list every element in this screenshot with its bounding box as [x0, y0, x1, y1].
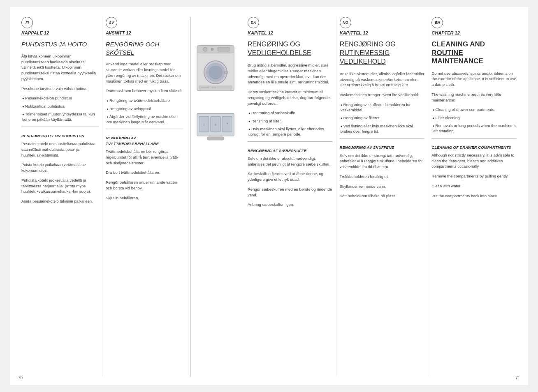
da-divider: [248, 141, 333, 142]
fi-badge: FI: [21, 17, 33, 28]
en-bullet-1: Cleaning of drawer compartments.: [431, 107, 517, 112]
fi-bullet-1: Pesuainekotelon puhdistus: [21, 95, 99, 101]
no-column: NO KAPITTEL 12 RENGJØRING OG RUTINEMESSI…: [336, 17, 429, 377]
fi-section-title: PUHDISTUS JA HOITO: [21, 40, 99, 48]
en-sub1-p2: Remove the compartments by pulling gentl…: [431, 173, 517, 179]
fi-maintenance-label: Pesukone tarvitsee vain vähän hoitoa:: [21, 86, 99, 92]
en-maintenance-p2: The washing machine requires very little…: [431, 92, 517, 103]
no-intro: Bruk ikke skuremidler, alkohol og/eller …: [340, 71, 425, 88]
drawer-illustration: I II ⚘: [195, 111, 236, 144]
sv-sub1-header: RENGÖRING AV TVÄTTMEDELSBEHÅLLARE: [106, 135, 183, 146]
fi-sub1-p3: Puhdista kotelo juoksevalla vedellä ja t…: [21, 178, 99, 194]
sv-intro: Använd inga medel eller redskap med skur…: [106, 61, 183, 84]
fi-chapter: KAPPALE 12: [21, 30, 99, 36]
manual-page: FI KAPPALE 12 PUHDISTUS JA HOITO Älä käy…: [10, 7, 528, 385]
svg-text:II: II: [215, 123, 216, 126]
fi-divider: [21, 127, 99, 127]
no-sub1-p3: Skyllunder rennende vann.: [340, 184, 425, 189]
sv-divider: [106, 129, 183, 129]
en-section-title: CLEANING AND ROUTINE MAINTENANCE: [431, 40, 517, 65]
fi-sub1-p4: Aseta pesuainekotelo takaisin paikalleen…: [21, 198, 99, 204]
da-column: DA KAPITEL 12 RENGØRING OG VEDLIGEHOLDEL…: [244, 17, 336, 377]
left-page: FI KAPPALE 12 PUHDISTUS JA HOITO Älä käy…: [18, 17, 191, 377]
no-section-title: RENGJØRING OG RUTINEMESSIG VEDLIKEHOLD: [340, 40, 425, 66]
fi-sub1-p1: Pesuainekotelo on suositeltavaa puhdista…: [21, 141, 99, 158]
svg-point-3: [211, 48, 213, 51]
sv-maintenance-label: Tvättmaskinen behöver mycket liten sköts…: [106, 88, 183, 94]
da-maintenance-label: Deres vaskemaskine kræver et minimum af …: [248, 89, 333, 106]
no-maintenance-label: Vaskemaskinen trenger svært lite vedlike…: [340, 92, 425, 98]
en-badge: EN: [431, 17, 443, 28]
da-bullet-1: Rengøring af sæbeskuffe.: [248, 110, 333, 115]
en-sub1-p4: Put the compartments back into place: [431, 193, 517, 199]
en-intro: Do not use abrasives, spirits and/or dil…: [431, 71, 517, 88]
en-sub1-p1: Although not strictly necessary, it is a…: [431, 152, 517, 169]
da-sub1-p2: Sæbeskuffen fjernes ved at åbne denne, o…: [248, 171, 333, 182]
en-bullet-2: Filter cleaning: [431, 115, 517, 120]
no-sub1-p1: Selv om det ikke er strengt tatt nødvend…: [340, 153, 425, 170]
no-sub1-header: RENGJØRING AV SKUFFENE: [340, 145, 425, 150]
da-sub1-header: RENGØRING AF SÆBESKUFFE: [248, 148, 333, 153]
svg-rect-8: [225, 71, 228, 74]
sv-sub1-p4: Skjut in behållaren.: [106, 195, 183, 201]
da-section-title: RENGØRING OG VEDLIGEHOLDELSE: [248, 40, 333, 58]
center-images: I II ⚘: [191, 17, 240, 377]
en-sub1-p3: Clean with water.: [431, 183, 517, 189]
no-bullet-2: Rengjøring av filteret.: [340, 115, 425, 120]
da-intro: Brug aldrig slibemidler, aggressive midl…: [248, 62, 333, 85]
sv-column: SV AVSNITT 12 RENGÖRING OCH SKÖTSEL Anvä…: [102, 17, 186, 377]
da-bullet-2: Rensning af filter.: [248, 118, 333, 124]
sv-chapter: AVSNITT 12: [106, 30, 183, 36]
en-column: EN CHAPTER 12 CLEANING AND ROUTINE MAINT…: [428, 17, 520, 377]
sv-sub1-p3: Rengör behållaren under rinnande vatten …: [106, 180, 183, 191]
svg-rect-4: [218, 47, 230, 51]
right-page-number: 71: [515, 376, 520, 380]
en-bullet-3: Removals or long periods when the machin…: [431, 123, 517, 134]
fi-sub1-p2: Poista kotelo paikaltaan vetämällä se ko…: [21, 162, 99, 173]
svg-point-2: [203, 47, 207, 51]
washing-machine-illustration: [195, 42, 236, 95]
no-divider: [340, 138, 425, 139]
left-page-number: 70: [18, 376, 23, 380]
sv-badge: SV: [106, 17, 117, 28]
no-chapter: KAPITTEL 12: [340, 30, 425, 36]
sv-bullet-3: Åtgärder vid förflyttning av maskin elle…: [106, 114, 183, 125]
da-chapter: KAPITEL 12: [248, 30, 333, 36]
fi-bullet-2: Nukkasihdin puhdistus.: [21, 104, 99, 109]
no-sub1-p2: Trekkbeholderen forsiktig ut.: [340, 174, 425, 180]
en-divider: [431, 138, 517, 139]
da-sub1-p3: Rengør sæbeskuffen med en børste og rind…: [248, 187, 333, 198]
no-sub1-p4: Sett beholderen tilbake på plass.: [340, 193, 425, 199]
right-page: DA KAPITEL 12 RENGØRING OG VEDLIGEHOLDEL…: [240, 17, 520, 377]
svg-rect-11: [211, 87, 216, 88]
da-bullet-3: Hvis maskinen skal flyttes, eller efterl…: [248, 126, 333, 137]
fi-column: FI KAPPALE 12 PUHDISTUS JA HOITO Älä käy…: [18, 17, 102, 377]
sv-bullet-2: Rengöring av avloppssil: [106, 106, 183, 111]
svg-point-7: [209, 66, 222, 79]
fi-sub1-header: PESUAINEKOTELON PUHDISTUS: [21, 133, 99, 138]
svg-text:⚘: ⚘: [226, 122, 228, 125]
fi-bullet-3: Toimenpiteet muuton yhteydessä tai kun k…: [21, 111, 99, 122]
fi-intro: Älä käytä koneen ulkopinnan puhdistamise…: [21, 53, 99, 82]
svg-text:I: I: [204, 123, 204, 126]
svg-rect-10: [201, 87, 209, 88]
no-badge: NO: [340, 17, 351, 28]
en-sub1-header: CLEANING OF DRAWER COMPARTMENTS: [431, 145, 517, 150]
da-sub1-p4: Anbring sæbeskuffen igen.: [248, 202, 333, 208]
sv-bullet-1: Rengöring av tvättmedelsbehållare: [106, 98, 183, 103]
sv-sub1-p1: Tvättmedelsbehållaren bör rengöras regel…: [106, 149, 183, 166]
no-bullet-3: Ved flytting eller hvis maskinen ikke sk…: [340, 123, 425, 134]
da-badge: DA: [248, 17, 259, 28]
en-chapter: CHAPTER 12: [431, 30, 517, 36]
no-bullet-1: Rengjøringav skuffene i beholderen for v…: [340, 102, 425, 113]
svg-rect-19: [207, 137, 224, 140]
sv-section-title: RENGÖRING OCH SKÖTSEL: [106, 40, 183, 56]
sv-sub1-p2: Dra bort tvättmedelsbehållaren.: [106, 170, 183, 175]
da-sub1-p1: Selv om det ikke er absolut nødvendigt, …: [248, 156, 333, 167]
